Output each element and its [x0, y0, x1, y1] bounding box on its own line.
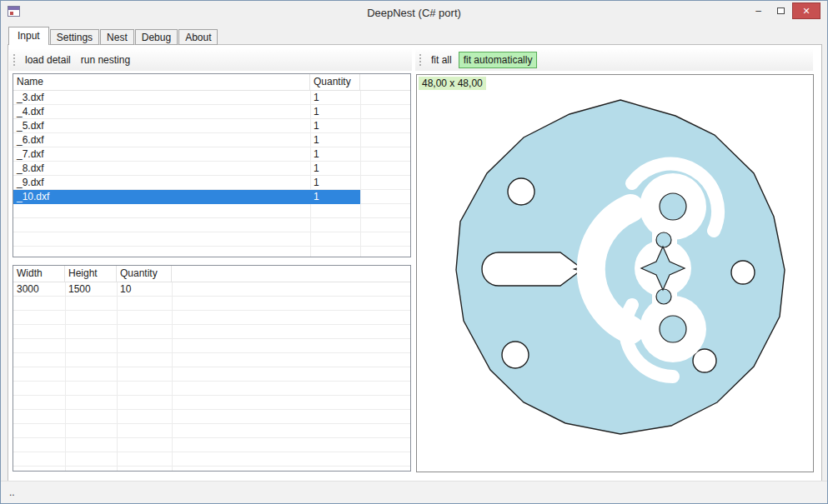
list-item[interactable]: 3000150010: [13, 282, 172, 297]
list-cell: 1500: [65, 282, 117, 297]
list-cell: 3000: [13, 282, 65, 297]
list-cell: 1: [310, 147, 360, 162]
maximize-button[interactable]: [770, 2, 792, 19]
part-preview: [417, 75, 813, 472]
grid-line: [360, 91, 361, 257]
parts-list-header: NameQuantity: [13, 74, 410, 91]
sheets-list-header: WidthHeightQuantity: [13, 266, 410, 282]
list-cell: 1: [310, 133, 360, 147]
tab-page-input: load detail run nesting fit all fit auto…: [8, 44, 822, 482]
status-bar: ..: [1, 481, 827, 503]
load-detail-button[interactable]: load detail: [20, 52, 76, 68]
fit-all-button[interactable]: fit all: [426, 52, 457, 68]
right-toolbar: fit all fit automatically: [415, 49, 813, 71]
sheets-list-body: 3000150010: [13, 282, 410, 471]
tab-settings[interactable]: Settings: [50, 29, 99, 45]
status-text: ..: [9, 487, 15, 498]
list-cell: _4.dxf: [13, 105, 310, 119]
column-header[interactable]: Quantity: [310, 74, 360, 90]
list-item[interactable]: _10.dxf1: [13, 190, 360, 204]
minimize-button[interactable]: –: [747, 2, 770, 19]
list-cell: 1: [310, 119, 360, 133]
tab-input[interactable]: Input: [8, 27, 49, 45]
grid-line: [172, 282, 173, 471]
tab-debug[interactable]: Debug: [135, 29, 178, 45]
list-cell: _7.dxf: [13, 147, 310, 162]
left-toolbar: load detail run nesting: [9, 49, 412, 71]
column-header[interactable]: Width: [13, 266, 65, 282]
list-item[interactable]: _6.dxf1: [13, 133, 360, 147]
run-nesting-button[interactable]: run nesting: [76, 52, 135, 68]
window-controls: – ✕: [747, 2, 820, 19]
list-cell: _10.dxf: [13, 190, 310, 204]
parts-list-body: _3.dxf1_4.dxf1_5.dxf1_6.dxf1_7.dxf1_8.dx…: [13, 91, 410, 257]
app-window: DeepNest (C# port) – ✕ Input Settings Ne…: [0, 0, 828, 504]
list-item[interactable]: _8.dxf1: [13, 162, 360, 176]
list-cell: 1: [310, 162, 360, 176]
list-cell: 10: [117, 282, 172, 297]
maximize-icon: [777, 7, 785, 14]
list-cell: 1: [310, 190, 360, 204]
sheets-list[interactable]: WidthHeightQuantity 3000150010: [13, 265, 411, 472]
column-header[interactable]: Height: [65, 266, 117, 282]
column-header[interactable]: Name: [13, 74, 310, 90]
toolbar-grip-icon: [13, 54, 15, 67]
list-item[interactable]: _9.dxf1: [13, 176, 360, 190]
part-shape: [456, 100, 785, 434]
list-cell: _9.dxf: [13, 176, 310, 190]
list-item[interactable]: _7.dxf1: [13, 147, 360, 162]
list-item[interactable]: _4.dxf1: [13, 105, 360, 119]
list-cell: _6.dxf: [13, 133, 310, 147]
title-bar[interactable]: DeepNest (C# port) – ✕: [1, 1, 827, 28]
grid-line: [65, 282, 66, 471]
list-cell: _8.dxf: [13, 162, 310, 176]
tab-nest[interactable]: Nest: [100, 29, 134, 45]
close-button[interactable]: ✕: [792, 2, 820, 19]
list-item[interactable]: _5.dxf1: [13, 119, 360, 133]
list-cell: 1: [310, 91, 360, 105]
dimension-label: 48,00 x 48,00: [419, 77, 486, 90]
list-cell: _5.dxf: [13, 119, 310, 133]
fit-automatically-toggle[interactable]: fit automatically: [459, 52, 538, 68]
toolbar-grip-icon: [419, 54, 421, 67]
list-cell: 1: [310, 176, 360, 190]
list-cell: _3.dxf: [13, 91, 310, 105]
list-item[interactable]: _3.dxf1: [13, 91, 360, 105]
list-cell: 1: [310, 105, 360, 119]
grid-line: [117, 282, 118, 471]
preview-canvas[interactable]: 48,00 x 48,00: [416, 74, 814, 472]
window-title: DeepNest (C# port): [1, 7, 827, 19]
parts-list[interactable]: NameQuantity _3.dxf1_4.dxf1_5.dxf1_6.dxf…: [13, 73, 411, 257]
column-header[interactable]: Quantity: [117, 266, 172, 282]
tab-strip: Input Settings Nest Debug About: [8, 27, 218, 45]
tab-about[interactable]: About: [178, 29, 218, 45]
